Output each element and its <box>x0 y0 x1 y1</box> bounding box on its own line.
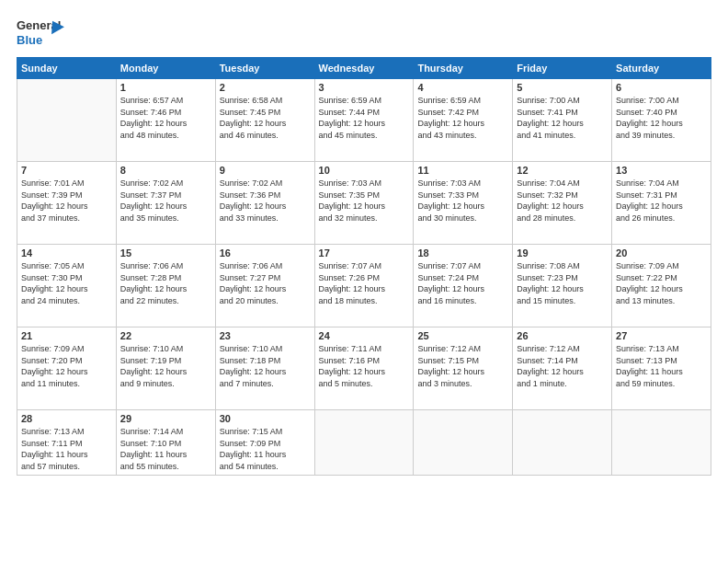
day-number: 16 <box>220 247 311 259</box>
day-info: Sunrise: 7:06 AM Sunset: 7:27 PM Dayligh… <box>220 260 311 306</box>
day-info: Sunrise: 7:12 AM Sunset: 7:14 PM Dayligh… <box>517 343 608 389</box>
calendar-cell: 5Sunrise: 7:00 AM Sunset: 7:41 PM Daylig… <box>513 79 612 162</box>
day-number: 4 <box>417 82 508 93</box>
calendar-cell: 16Sunrise: 7:06 AM Sunset: 7:27 PM Dayli… <box>215 245 314 327</box>
day-number: 17 <box>319 247 410 259</box>
day-info: Sunrise: 6:57 AM Sunset: 7:46 PM Dayligh… <box>120 95 211 141</box>
day-info: Sunrise: 7:02 AM Sunset: 7:36 PM Dayligh… <box>220 178 311 224</box>
col-header-sunday: Sunday <box>17 58 117 79</box>
day-number: 30 <box>220 413 311 424</box>
calendar-cell: 27Sunrise: 7:13 AM Sunset: 7:13 PM Dayli… <box>612 327 711 410</box>
calendar-table: SundayMondayTuesdayWednesdayThursdayFrid… <box>17 57 711 476</box>
day-info: Sunrise: 7:06 AM Sunset: 7:28 PM Dayligh… <box>120 260 211 306</box>
day-info: Sunrise: 7:10 AM Sunset: 7:19 PM Dayligh… <box>120 343 211 389</box>
calendar-cell <box>414 410 513 476</box>
calendar-cell <box>513 410 612 476</box>
calendar-cell: 10Sunrise: 7:03 AM Sunset: 7:35 PM Dayli… <box>314 162 414 245</box>
col-header-friday: Friday <box>513 58 612 79</box>
day-info: Sunrise: 7:13 AM Sunset: 7:11 PM Dayligh… <box>21 426 112 472</box>
day-number: 7 <box>21 165 112 176</box>
day-info: Sunrise: 7:15 AM Sunset: 7:09 PM Dayligh… <box>220 426 311 472</box>
calendar-cell: 11Sunrise: 7:03 AM Sunset: 7:33 PM Dayli… <box>414 162 513 245</box>
day-number: 14 <box>21 247 112 259</box>
day-info: Sunrise: 7:03 AM Sunset: 7:35 PM Dayligh… <box>319 178 410 224</box>
day-number: 29 <box>120 413 211 424</box>
day-number: 21 <box>21 330 112 341</box>
day-info: Sunrise: 7:12 AM Sunset: 7:15 PM Dayligh… <box>417 343 508 389</box>
calendar-cell: 12Sunrise: 7:04 AM Sunset: 7:32 PM Dayli… <box>513 162 612 245</box>
calendar-cell: 23Sunrise: 7:10 AM Sunset: 7:18 PM Dayli… <box>215 327 314 410</box>
day-number: 8 <box>120 165 211 176</box>
calendar-cell: 19Sunrise: 7:08 AM Sunset: 7:23 PM Dayli… <box>513 245 612 327</box>
calendar-cell: 20Sunrise: 7:09 AM Sunset: 7:22 PM Dayli… <box>612 245 711 327</box>
calendar-cell: 30Sunrise: 7:15 AM Sunset: 7:09 PM Dayli… <box>215 410 314 476</box>
day-number: 19 <box>517 247 608 259</box>
day-info: Sunrise: 7:09 AM Sunset: 7:22 PM Dayligh… <box>616 260 707 306</box>
calendar-cell: 24Sunrise: 7:11 AM Sunset: 7:16 PM Dayli… <box>314 327 414 410</box>
day-number: 10 <box>319 165 410 176</box>
calendar-cell: 4Sunrise: 6:59 AM Sunset: 7:42 PM Daylig… <box>414 79 513 162</box>
col-header-thursday: Thursday <box>414 58 513 79</box>
day-info: Sunrise: 6:59 AM Sunset: 7:44 PM Dayligh… <box>319 95 410 141</box>
day-info: Sunrise: 7:11 AM Sunset: 7:16 PM Dayligh… <box>319 343 410 389</box>
day-number: 9 <box>220 165 311 176</box>
calendar-header-row: SundayMondayTuesdayWednesdayThursdayFrid… <box>17 58 711 79</box>
day-info: Sunrise: 7:02 AM Sunset: 7:37 PM Dayligh… <box>120 178 211 224</box>
calendar-cell: 29Sunrise: 7:14 AM Sunset: 7:10 PM Dayli… <box>116 410 215 476</box>
day-info: Sunrise: 7:00 AM Sunset: 7:40 PM Dayligh… <box>616 95 707 141</box>
calendar-cell: 8Sunrise: 7:02 AM Sunset: 7:37 PM Daylig… <box>116 162 215 245</box>
day-info: Sunrise: 7:09 AM Sunset: 7:20 PM Dayligh… <box>21 343 112 389</box>
calendar-cell: 9Sunrise: 7:02 AM Sunset: 7:36 PM Daylig… <box>215 162 314 245</box>
calendar-cell: 17Sunrise: 7:07 AM Sunset: 7:26 PM Dayli… <box>314 245 414 327</box>
day-number: 1 <box>120 82 211 93</box>
calendar-cell <box>314 410 414 476</box>
calendar-cell: 2Sunrise: 6:58 AM Sunset: 7:45 PM Daylig… <box>215 79 314 162</box>
day-info: Sunrise: 7:00 AM Sunset: 7:41 PM Dayligh… <box>517 95 608 141</box>
day-number: 26 <box>517 330 608 341</box>
day-number: 27 <box>616 330 707 341</box>
day-number: 2 <box>220 82 311 93</box>
calendar-cell: 21Sunrise: 7:09 AM Sunset: 7:20 PM Dayli… <box>17 327 117 410</box>
day-info: Sunrise: 7:07 AM Sunset: 7:24 PM Dayligh… <box>417 260 508 306</box>
calendar-cell: 18Sunrise: 7:07 AM Sunset: 7:24 PM Dayli… <box>414 245 513 327</box>
calendar-cell: 28Sunrise: 7:13 AM Sunset: 7:11 PM Dayli… <box>17 410 117 476</box>
day-number: 11 <box>417 165 508 176</box>
day-number: 20 <box>616 247 707 259</box>
calendar-cell: 14Sunrise: 7:05 AM Sunset: 7:30 PM Dayli… <box>17 245 117 327</box>
day-number: 12 <box>517 165 608 176</box>
day-info: Sunrise: 7:04 AM Sunset: 7:31 PM Dayligh… <box>616 178 707 224</box>
day-info: Sunrise: 7:10 AM Sunset: 7:18 PM Dayligh… <box>220 343 311 389</box>
col-header-tuesday: Tuesday <box>215 58 314 79</box>
col-header-monday: Monday <box>116 58 215 79</box>
day-info: Sunrise: 7:08 AM Sunset: 7:23 PM Dayligh… <box>517 260 608 306</box>
calendar-cell: 22Sunrise: 7:10 AM Sunset: 7:19 PM Dayli… <box>116 327 215 410</box>
day-number: 13 <box>616 165 707 176</box>
day-number: 25 <box>417 330 508 341</box>
day-number: 5 <box>517 82 608 93</box>
calendar-cell <box>612 410 711 476</box>
calendar-cell: 13Sunrise: 7:04 AM Sunset: 7:31 PM Dayli… <box>612 162 711 245</box>
day-number: 6 <box>616 82 707 93</box>
day-number: 18 <box>417 247 508 259</box>
col-header-wednesday: Wednesday <box>314 58 414 79</box>
day-info: Sunrise: 7:03 AM Sunset: 7:33 PM Dayligh… <box>417 178 508 224</box>
day-info: Sunrise: 7:07 AM Sunset: 7:26 PM Dayligh… <box>319 260 410 306</box>
logo: GeneralBlue <box>17 17 72 50</box>
day-number: 23 <box>220 330 311 341</box>
day-info: Sunrise: 7:05 AM Sunset: 7:30 PM Dayligh… <box>21 260 112 306</box>
page-header: GeneralBlue <box>17 17 711 50</box>
calendar-cell: 7Sunrise: 7:01 AM Sunset: 7:39 PM Daylig… <box>17 162 117 245</box>
day-info: Sunrise: 7:14 AM Sunset: 7:10 PM Dayligh… <box>120 426 211 472</box>
day-info: Sunrise: 7:13 AM Sunset: 7:13 PM Dayligh… <box>616 343 707 389</box>
day-info: Sunrise: 6:59 AM Sunset: 7:42 PM Dayligh… <box>417 95 508 141</box>
calendar-cell: 3Sunrise: 6:59 AM Sunset: 7:44 PM Daylig… <box>314 79 414 162</box>
day-info: Sunrise: 7:04 AM Sunset: 7:32 PM Dayligh… <box>517 178 608 224</box>
day-info: Sunrise: 7:01 AM Sunset: 7:39 PM Dayligh… <box>21 178 112 224</box>
calendar-cell: 25Sunrise: 7:12 AM Sunset: 7:15 PM Dayli… <box>414 327 513 410</box>
day-number: 3 <box>319 82 410 93</box>
calendar-cell: 15Sunrise: 7:06 AM Sunset: 7:28 PM Dayli… <box>116 245 215 327</box>
day-number: 15 <box>120 247 211 259</box>
calendar-cell: 26Sunrise: 7:12 AM Sunset: 7:14 PM Dayli… <box>513 327 612 410</box>
col-header-saturday: Saturday <box>612 58 711 79</box>
calendar-cell: 1Sunrise: 6:57 AM Sunset: 7:46 PM Daylig… <box>116 79 215 162</box>
